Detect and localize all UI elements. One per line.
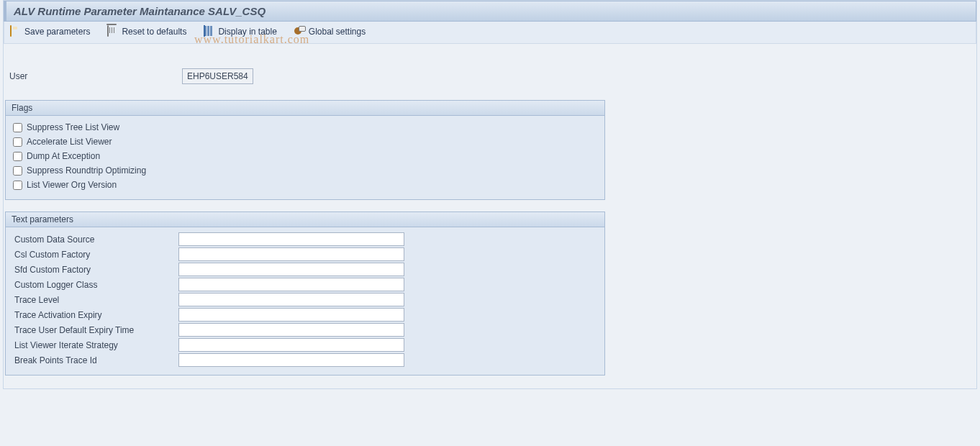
break-points-trace-id-input[interactable] — [178, 353, 404, 367]
reset-defaults-label: Reset to defaults — [122, 27, 186, 37]
suppress-tree-list-view-checkbox[interactable] — [13, 123, 22, 132]
global-settings-button[interactable]: Global settings — [291, 24, 368, 39]
trace-user-default-expiry-time-input[interactable] — [178, 323, 404, 337]
trace-level-input[interactable] — [178, 293, 404, 306]
flag-label: Dump At Exception — [27, 151, 100, 161]
text-parameters-title: Text parameters — [6, 212, 604, 227]
param-label: Csl Custom Factory — [13, 250, 178, 260]
display-in-table-button[interactable]: Display in table — [201, 24, 279, 39]
custom-logger-class-input[interactable] — [178, 278, 404, 291]
global-settings-label: Global settings — [309, 27, 366, 37]
save-parameters-button[interactable]: Save parameters — [7, 24, 93, 39]
flag-label: Accelerate List Viewer — [27, 137, 112, 147]
list-viewer-iterate-strategy-input[interactable] — [178, 338, 404, 352]
user-label: User — [9, 71, 182, 81]
param-label: Trace User Default Expiry Time — [13, 325, 178, 335]
reset-defaults-button[interactable]: Reset to defaults — [104, 24, 189, 39]
param-label: Custom Logger Class — [13, 280, 178, 290]
display-in-table-label: Display in table — [218, 27, 276, 37]
content-area: User EHP6USER584 Flags Suppress Tree Lis… — [4, 44, 976, 388]
trash-icon — [107, 25, 109, 37]
table-icon — [204, 25, 205, 37]
param-label: List Viewer Iterate Strategy — [13, 340, 178, 350]
trace-activation-expiry-input[interactable] — [178, 308, 404, 322]
param-label: Custom Data Source — [13, 235, 178, 245]
param-label: Trace Activation Expiry — [13, 310, 178, 320]
toolbar: Save parameters Reset to defaults Displa… — [4, 22, 976, 44]
flags-title: Flags — [6, 101, 604, 116]
user-row: User EHP6USER584 — [9, 68, 975, 84]
flag-label: Suppress Roundtrip Optimizing — [27, 165, 146, 176]
save-parameters-label: Save parameters — [24, 27, 90, 37]
param-label: Trace Level — [13, 295, 178, 305]
page-title-text: ALV Runtime Parameter Maintanance SALV_C… — [14, 5, 266, 17]
flag-label: Suppress Tree List View — [27, 122, 119, 132]
save-icon — [10, 25, 12, 37]
sfd-custom-factory-input[interactable] — [178, 263, 404, 276]
dump-at-exception-checkbox[interactable] — [13, 152, 22, 161]
csl-custom-factory-input[interactable] — [178, 247, 404, 261]
suppress-roundtrip-optimizing-checkbox[interactable] — [13, 166, 22, 176]
user-value: EHP6USER584 — [182, 68, 253, 84]
flags-group: Flags Suppress Tree List View Accelerate… — [5, 100, 605, 200]
list-viewer-org-version-checkbox[interactable] — [13, 181, 22, 190]
text-parameters-group: Text parameters Custom Data Source Csl C… — [5, 211, 605, 376]
flag-label: List Viewer Org Version — [27, 180, 117, 190]
custom-data-source-input[interactable] — [178, 232, 404, 246]
page-title: ALV Runtime Parameter Maintanance SALV_C… — [4, 1, 976, 22]
param-label: Sfd Custom Factory — [13, 265, 178, 275]
accelerate-list-viewer-checkbox[interactable] — [13, 137, 22, 147]
param-label: Break Points Trace Id — [13, 355, 178, 365]
